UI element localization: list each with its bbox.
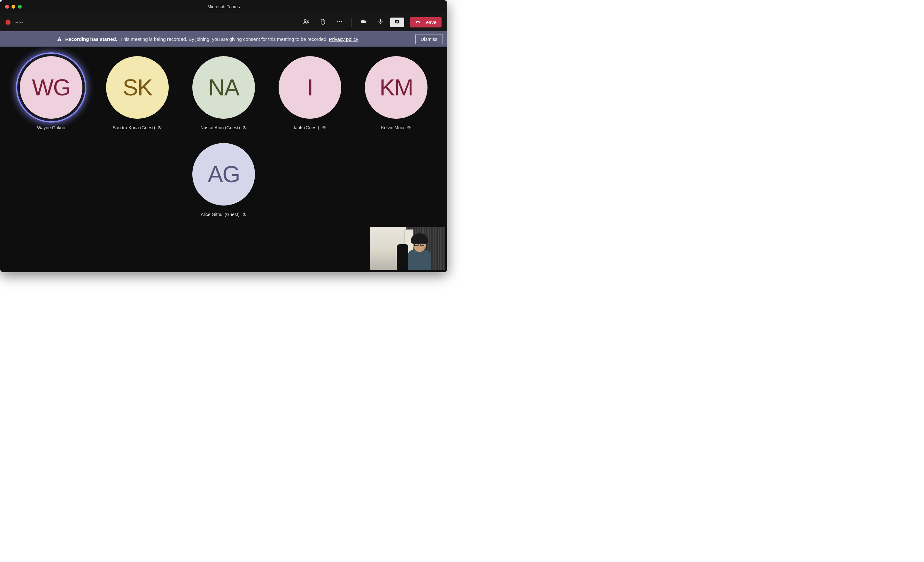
participant-name: Nusrat Afrin (Guest) <box>200 125 240 130</box>
participant-name-row: Nusrat Afrin (Guest) <box>200 125 247 130</box>
banner-title: Recording has started. <box>65 36 117 42</box>
close-window-button[interactable] <box>5 5 9 9</box>
participant-tile[interactable]: WGWayne Gakuo <box>8 53 94 140</box>
mic-muted-icon <box>158 126 162 130</box>
more-options-button[interactable] <box>332 16 346 28</box>
banner-body-text: This meeting is being recorded. By joini… <box>120 36 328 42</box>
warning-icon <box>57 36 62 42</box>
share-toggle-button[interactable] <box>390 18 404 27</box>
participants-button[interactable] <box>299 16 313 28</box>
people-icon <box>303 18 310 27</box>
microphone-icon <box>377 18 384 27</box>
microphone-toggle-button[interactable] <box>374 16 387 28</box>
banner-content: Recording has started. This meeting is b… <box>0 36 416 42</box>
svg-point-3 <box>339 21 340 22</box>
minimize-window-button[interactable] <box>12 5 15 9</box>
raise-hand-icon <box>319 18 326 27</box>
svg-point-0 <box>304 19 306 21</box>
avatar-wrap: KM <box>365 56 428 119</box>
recording-indicator-icon <box>6 20 10 25</box>
mic-muted-icon <box>407 126 411 130</box>
avatar: KM <box>365 56 428 119</box>
svg-rect-5 <box>362 20 365 23</box>
avatar: SK <box>106 56 169 119</box>
camera-icon <box>360 18 368 27</box>
self-view-video <box>370 227 445 270</box>
svg-point-2 <box>337 21 338 22</box>
svg-point-1 <box>307 20 308 21</box>
hangup-icon <box>415 19 421 25</box>
camera-toggle-button[interactable] <box>357 16 371 28</box>
reactions-button[interactable] <box>316 16 330 28</box>
app-window: Microsoft Teams --:-- <box>0 0 447 272</box>
participant-name: Sandra Kuria (Guest) <box>113 125 155 130</box>
titlebar: Microsoft Teams <box>0 0 447 13</box>
self-view[interactable] <box>370 227 445 270</box>
toolbar-separator <box>351 18 352 27</box>
mic-muted-icon <box>322 126 326 130</box>
participant-name: Wayne Gakuo <box>37 125 65 130</box>
more-options-icon <box>336 18 343 27</box>
avatar-wrap: AG <box>192 143 255 206</box>
meeting-toolbar: --:-- <box>0 13 447 31</box>
window-controls <box>5 5 22 9</box>
participant-name-row: Kelvin Muia <box>381 125 411 130</box>
avatar-wrap: NA <box>192 56 255 119</box>
toolbar-right: Leave <box>299 16 441 28</box>
participant-tile[interactable]: SKSandra Kuria (Guest) <box>94 53 180 140</box>
avatar-wrap: SK <box>106 56 169 119</box>
participant-name-row: Alice Githui (Guest) <box>201 212 246 217</box>
participant-name: Alice Githui (Guest) <box>201 212 239 217</box>
participant-name: Kelvin Muia <box>381 125 404 130</box>
privacy-policy-link[interactable]: Privacy policy <box>329 36 358 42</box>
participant-name: IanK (Guest) <box>294 125 319 130</box>
call-timer: --:-- <box>15 19 23 25</box>
svg-rect-6 <box>380 19 381 22</box>
participant-name-row: IanK (Guest) <box>294 125 326 130</box>
leave-button-label: Leave <box>423 19 436 25</box>
window-title: Microsoft Teams <box>0 4 447 9</box>
avatar: I <box>279 56 341 119</box>
avatar-wrap: I <box>279 56 341 119</box>
banner-body: This meeting is being recorded. By joini… <box>120 36 358 42</box>
participant-tile[interactable]: AGAlice Githui (Guest) <box>180 140 267 227</box>
speaking-indicator <box>16 52 86 123</box>
maximize-window-button[interactable] <box>18 5 22 9</box>
avatar-wrap: WG <box>20 56 82 119</box>
leave-button[interactable]: Leave <box>410 17 441 27</box>
toolbar-left: --:-- <box>6 19 23 25</box>
svg-point-4 <box>341 21 342 22</box>
mic-muted-icon <box>243 126 247 130</box>
participant-name-row: Wayne Gakuo <box>37 125 65 130</box>
participant-name-row: Sandra Kuria (Guest) <box>113 125 162 130</box>
meeting-stage: WGWayne GakuoSKSandra Kuria (Guest)NANus… <box>0 46 447 272</box>
avatar: AG <box>192 143 255 206</box>
avatar: NA <box>192 56 255 119</box>
participants-grid: WGWayne GakuoSKSandra Kuria (Guest)NANus… <box>0 46 447 227</box>
dismiss-banner-button[interactable]: Dismiss <box>416 34 443 44</box>
participant-tile[interactable]: NANusrat Afrin (Guest) <box>180 53 267 140</box>
recording-banner: Recording has started. This meeting is b… <box>0 31 447 46</box>
participant-tile[interactable]: IIanK (Guest) <box>267 53 353 140</box>
participant-tile[interactable]: KMKelvin Muia <box>353 53 440 140</box>
stop-share-icon <box>394 19 400 25</box>
mic-muted-icon <box>242 212 247 217</box>
